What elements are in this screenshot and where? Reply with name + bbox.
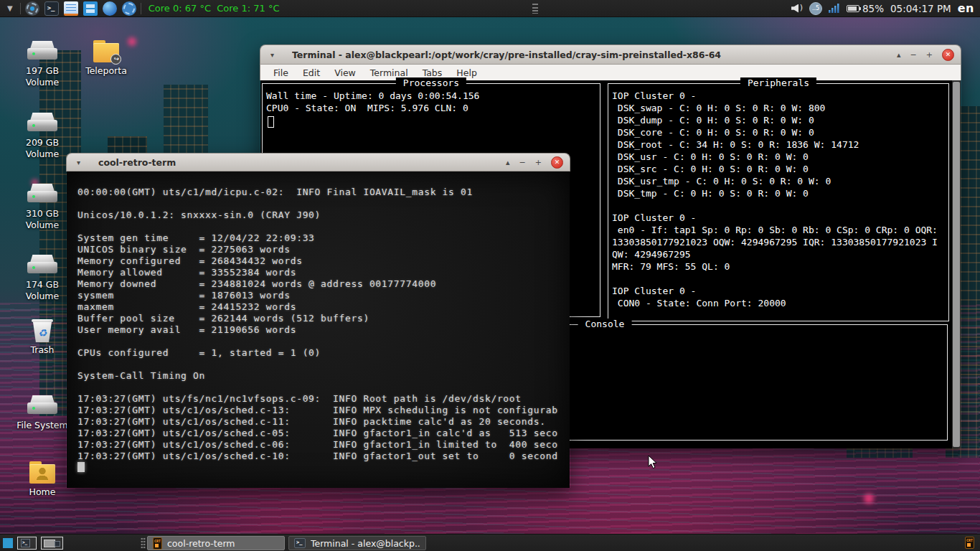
- menu-item-view[interactable]: View: [327, 66, 363, 80]
- retro-term-window-title: cool-retro-term: [98, 157, 176, 168]
- gear-blue-icon[interactable]: [122, 1, 136, 16]
- scrollbar[interactable]: [952, 80, 961, 448]
- crt-icon: [153, 537, 162, 550]
- processors-output: Wall time - Uptime: 0 days 0:00:54.156 C…: [263, 84, 600, 120]
- desktop-icon-label: 310 GB Volume: [26, 208, 60, 231]
- folder-shortcut-icon: [90, 39, 122, 63]
- file-cabinet-icon[interactable]: [83, 1, 98, 16]
- window-controls: ▴ − + ✕: [897, 49, 961, 61]
- desktop-icon-volume-209[interactable]: 209 GB Volume: [14, 110, 71, 160]
- drive-icon: [27, 253, 58, 277]
- terminal-titlebar[interactable]: ▾ Terminal - alex@blackpearl:/opt/work/c…: [260, 44, 961, 65]
- close-button[interactable]: ✕: [942, 49, 954, 61]
- desktop-icon-volume-197[interactable]: 197 GB Volume: [14, 39, 71, 88]
- peripherals-panel: Peripherals IOP Cluster 0 - DSK_swap - C…: [608, 83, 949, 321]
- desktop-icon-label: Teleporta: [85, 65, 127, 77]
- terminal-launcher-icon[interactable]: [44, 1, 59, 16]
- battery-icon[interactable]: [847, 5, 859, 12]
- clock[interactable]: 05:04:17 PM: [890, 3, 951, 14]
- terminal-menubar: FileEditViewTerminalTabsHelp: [260, 65, 961, 80]
- cpu-temperature-readout: Core 0: 67 °C Core 1: 71 °C: [149, 3, 280, 14]
- network-signal-icon[interactable]: [829, 4, 840, 13]
- battery-percent: 85%: [862, 3, 884, 14]
- close-button[interactable]: ✕: [551, 156, 563, 169]
- terminal-icon: [294, 538, 306, 548]
- drive-icon: [27, 182, 58, 206]
- desktop-icon-label: File System: [17, 420, 68, 431]
- browser-icon[interactable]: [103, 1, 117, 16]
- taskbar: cool-retro-termTerminal - alex@blackp...: [0, 534, 980, 551]
- shade-button[interactable]: ▴: [506, 159, 510, 166]
- panel-separator: [141, 3, 141, 14]
- panel-launchers: [25, 1, 136, 16]
- retro-term-cursor: [77, 462, 85, 472]
- window-controls: ▴ − + ✕: [506, 156, 570, 169]
- retro-term-window[interactable]: ▾ cool-retro-term ▴ − + ✕ 00:00:00(GMT) …: [66, 153, 570, 488]
- desktop-icon-file-system[interactable]: File System: [14, 393, 71, 431]
- retro-term-output: 00:00:00(GMT) uts/c1/md/icpu.c-02: INFO …: [67, 171, 570, 462]
- drive-icon: [27, 110, 58, 135]
- notes-icon[interactable]: [64, 1, 78, 16]
- retro-term-titlebar[interactable]: ▾ cool-retro-term ▴ − + ✕: [66, 153, 570, 171]
- desktop-icon-label: Home: [29, 486, 56, 498]
- processors-panel-title: Processors: [396, 77, 466, 88]
- desktop-menu-arrow[interactable]: ▼: [4, 4, 16, 12]
- taskbar-button-label: Terminal - alex@blackp...: [311, 538, 420, 549]
- console-panel-title: Console: [578, 319, 632, 329]
- desktop-icon-teleporta[interactable]: Teleporta: [77, 39, 135, 77]
- settings-gear-icon[interactable]: [25, 1, 39, 16]
- desktop-icon-trash[interactable]: Trash: [14, 318, 71, 356]
- terminal-cursor: [268, 116, 274, 128]
- menu-item-edit[interactable]: Edit: [296, 66, 327, 80]
- minimize-button[interactable]: −: [910, 51, 917, 59]
- desktop-icon-label: 174 GB Volume: [26, 279, 60, 302]
- mouse-cursor: [648, 455, 658, 469]
- desktop-icon-home[interactable]: Home: [14, 460, 71, 498]
- workspace-2[interactable]: [41, 537, 63, 550]
- maximize-button[interactable]: +: [535, 159, 542, 166]
- panel-handle[interactable]: [532, 4, 538, 14]
- panel-left: ▼ Core 0: 67 °C Core 1: 71 °C: [0, 1, 279, 16]
- drive-icon: [27, 393, 58, 418]
- indicator-icon[interactable]: ..5: [809, 2, 822, 15]
- taskbar-button-label: cool-retro-term: [167, 538, 235, 549]
- drive-icon: [27, 39, 58, 63]
- volume-icon[interactable]: [791, 4, 803, 14]
- crt-tray-icon[interactable]: [965, 537, 974, 549]
- taskbar-button-cool-retro-term[interactable]: cool-retro-term: [147, 536, 285, 550]
- panel-separator: [20, 3, 21, 14]
- taskbar-handle[interactable]: [141, 537, 146, 549]
- desktop-icon-label: 209 GB Volume: [26, 137, 60, 160]
- peripherals-panel-title: Peripherals: [740, 77, 816, 88]
- minimize-button[interactable]: −: [519, 159, 526, 166]
- taskbar-buttons: cool-retro-termTerminal - alex@blackp...: [147, 536, 426, 550]
- maximize-button[interactable]: +: [926, 51, 933, 59]
- mini-terminal-icon: [55, 541, 60, 547]
- window-menu-arrow[interactable]: ▾: [270, 51, 281, 59]
- desktop-icon-volume-174[interactable]: 174 GB Volume: [14, 253, 71, 302]
- taskbar-app-icon[interactable]: [3, 538, 13, 548]
- desktop-screen: ▼ Core 0: 67 °C Core 1: 71 °C ..5 85% 05…: [0, 0, 980, 551]
- home-folder-icon: [27, 460, 58, 484]
- peripherals-output: IOP Cluster 0 - DSK_swap - C: 0 H: 0 S: …: [608, 84, 944, 315]
- trash-icon: [27, 318, 58, 342]
- retro-term-content[interactable]: 00:00:00(GMT) uts/c1/md/icpu.c-02: INFO …: [67, 171, 570, 488]
- top-panel: ▼ Core 0: 67 °C Core 1: 71 °C ..5 85% 05…: [0, 0, 980, 17]
- shade-button[interactable]: ▴: [897, 51, 901, 59]
- keyboard-layout-indicator[interactable]: en: [958, 1, 974, 15]
- terminal-window-title: Terminal - alex@blackpearl:/opt/work/cra…: [292, 50, 721, 60]
- desktop-icon-label: 197 GB Volume: [26, 65, 60, 88]
- mini-window-icon: [44, 540, 55, 547]
- menu-item-file[interactable]: File: [266, 66, 296, 80]
- desktop-icon-volume-310[interactable]: 310 GB Volume: [14, 182, 71, 231]
- window-menu-arrow[interactable]: ▾: [77, 159, 87, 166]
- mini-terminal-icon: [21, 539, 30, 547]
- glow-orb: [864, 494, 874, 504]
- workspace-1[interactable]: [17, 537, 37, 550]
- panel-status-area: ..5 85% 05:04:17 PM en: [791, 1, 980, 15]
- taskbar-button-terminal[interactable]: Terminal - alex@blackp...: [288, 536, 426, 550]
- desktop-icon-label: Trash: [30, 344, 54, 356]
